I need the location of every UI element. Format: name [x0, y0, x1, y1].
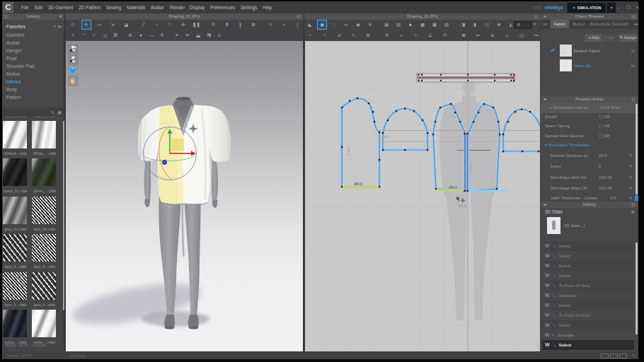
svg-text:160.2: 160.2 [382, 135, 391, 139]
svg-text:180.0: 180.0 [458, 204, 466, 208]
svg-text:3068.4: 3068.4 [469, 161, 473, 171]
svg-text:254.0: 254.0 [449, 186, 457, 189]
svg-text:394.4: 394.4 [347, 147, 350, 156]
svg-text:254.0: 254.0 [354, 182, 362, 186]
